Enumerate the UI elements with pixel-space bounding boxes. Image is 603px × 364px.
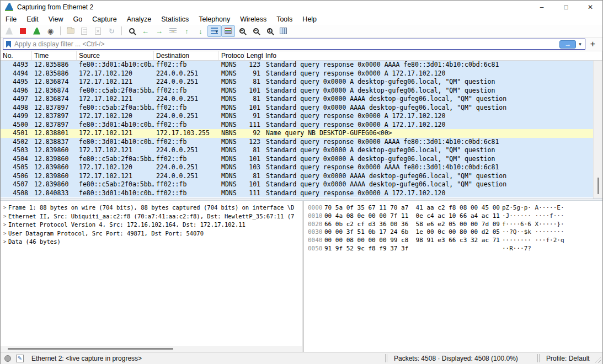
filter-bookmark-icon[interactable] (6, 41, 11, 48)
last-packet-button[interactable]: ↓ (194, 25, 207, 37)
packet-cell-no: 4503 (1, 146, 32, 155)
menu-view[interactable]: View (44, 15, 68, 23)
apply-filter-button[interactable]: → (559, 40, 576, 49)
hex-bytes: 66 0b c2 cf d3 36 00 36 58 e6 e2 05 00 0… (324, 221, 502, 229)
menu-analyze[interactable]: Analyze (122, 15, 156, 23)
hex-row[interactable]: 000070 5a 0f 35 67 11 70 a7 41 aa c2 f8 … (308, 204, 602, 212)
detail-line[interactable]: >Data (46 bytes) (1, 238, 302, 247)
reload-file-button[interactable]: ↻ (105, 25, 119, 37)
expand-chevron-icon[interactable]: > (1, 204, 8, 212)
packet-cell-proto: MDNS (219, 172, 244, 181)
save-file-button[interactable] (77, 25, 91, 37)
packet-row[interactable]: 450812.840833fe80::3d01:4b10:c0b…ff02::f… (1, 189, 593, 198)
colorize-button[interactable] (221, 25, 235, 37)
close-button[interactable]: ✕ (578, 1, 602, 13)
packet-row[interactable]: 450612.839860172.17.102.121224.0.0.251MD… (1, 172, 593, 181)
detail-line[interactable]: >Internet Protocol Version 4, Src: 172.1… (1, 221, 302, 229)
detail-line[interactable]: >User Datagram Protocol, Src Port: 49871… (1, 229, 302, 238)
zoom-out-button[interactable]: − (249, 25, 263, 37)
packet-row[interactable]: 449612.836874fe80::c5ab:2f0a:5bb…ff02::f… (1, 87, 593, 95)
expand-chevron-icon[interactable]: > (1, 221, 8, 229)
menu-help[interactable]: Help (297, 15, 322, 23)
maximize-button[interactable]: □ (554, 1, 578, 13)
packet-list-scrollbar[interactable] (593, 61, 602, 199)
packet-cell-info: Standard query 0x0000 AAAA desktop-gufeg… (263, 95, 593, 104)
packet-row[interactable]: 450212.838837fe80::3d01:4b10:c0b…ff02::f… (1, 138, 593, 147)
next-packet-button[interactable]: → (152, 25, 166, 37)
detail-line[interactable]: >Ethernet II, Src: Ubiquiti_aa:c2:f8 (70… (1, 212, 302, 221)
add-filter-button[interactable]: + (585, 39, 600, 49)
resize-columns-button[interactable] (276, 25, 290, 37)
minimize-button[interactable]: – (530, 1, 554, 13)
packet-row[interactable]: 450712.839860fe80::c5ab:2f0a:5bb…ff02::f… (1, 180, 593, 189)
packet-cell-src: fe80::c5ab:2f0a:5bb… (77, 104, 154, 113)
packet-cell-info: Standard query response 0x0000 AAAA fe80… (263, 138, 593, 147)
menu-edit[interactable]: Edit (22, 15, 44, 23)
packet-row[interactable]: 450312.839860172.17.102.121224.0.0.251MD… (1, 146, 593, 155)
zoom-in-button[interactable]: + (235, 25, 249, 37)
menu-wireless[interactable]: Wireless (235, 15, 271, 23)
stop-capture-button[interactable] (16, 25, 30, 37)
capture-options-button[interactable]: ◉ (44, 25, 57, 37)
menu-telephony[interactable]: Telephony (194, 15, 235, 23)
toolbar-separator (121, 26, 122, 35)
close-file-button[interactable]: ✕ (91, 25, 105, 37)
capture-comment-icon[interactable] (16, 355, 24, 362)
expand-chevron-icon[interactable]: > (1, 212, 8, 221)
column-header-destination[interactable]: Destination (154, 51, 219, 60)
filter-dropdown-caret-icon[interactable]: ▾ (578, 41, 585, 47)
packet-row[interactable]: 450112.838801172.17.102.121172.17.103.25… (1, 129, 593, 138)
packet-row[interactable]: 450012.837897fe80::3d01:4b10:c0b…ff02::f… (1, 121, 593, 130)
packet-cell-no: 4500 (1, 121, 32, 130)
display-filter-field[interactable]: → ▾ (3, 39, 585, 50)
open-file-button[interactable] (63, 25, 77, 37)
hex-ascii: f····6·6 X·····}· (502, 221, 564, 228)
restart-capture-button[interactable] (30, 25, 44, 37)
packet-cell-len: 81 (244, 146, 263, 155)
auto-scroll-button[interactable]: ▾ (207, 25, 221, 37)
goto-packet-button[interactable]: → (166, 25, 180, 37)
packet-row[interactable]: 449812.837897fe80::c5ab:2f0a:5bb…ff02::f… (1, 104, 593, 113)
first-packet-button[interactable]: ↑ (180, 25, 194, 37)
detail-line[interactable]: >Frame 1: 88 bytes on wire (704 bits), 8… (1, 204, 302, 212)
details-horizontal-scrollbar[interactable] (1, 346, 302, 352)
packet-cell-dst: 224.0.0.251 (154, 163, 219, 172)
column-header-time[interactable]: Time (32, 51, 77, 60)
packet-row[interactable]: 449412.835886172.17.102.120224.0.0.251MD… (1, 69, 593, 78)
menu-file[interactable]: File (1, 15, 22, 23)
column-header-info[interactable]: Info (263, 51, 602, 60)
packet-row[interactable]: 450512.839860172.17.102.120224.0.0.251MD… (1, 163, 593, 172)
reload-icon: ↻ (109, 28, 115, 35)
zoom-original-button[interactable]: 1 (263, 25, 276, 37)
menu-tools[interactable]: Tools (271, 15, 297, 23)
start-capture-button[interactable] (2, 25, 16, 37)
menu-go[interactable]: Go (68, 15, 88, 23)
packet-cell-no: 4493 (1, 61, 32, 69)
expert-info-icon[interactable] (4, 355, 11, 362)
column-header-source[interactable]: Source (77, 51, 154, 60)
packet-row[interactable]: 449512.836874172.17.102.121224.0.0.251MD… (1, 78, 593, 87)
packet-row[interactable]: 449312.835886fe80::3d01:4b10:c0b…ff02::f… (1, 61, 593, 69)
packet-row[interactable]: 450412.839860fe80::c5ab:2f0a:5bb…ff02::f… (1, 155, 593, 164)
packet-row[interactable]: 449912.837897172.17.102.120224.0.0.251MD… (1, 112, 593, 121)
packet-row[interactable]: 449712.836874172.17.102.121224.0.0.251MD… (1, 95, 593, 104)
profile-text[interactable]: Profile: Default (540, 355, 602, 362)
menu-capture[interactable]: Capture (87, 15, 121, 23)
previous-packet-button[interactable]: ← (138, 25, 152, 37)
hex-row[interactable]: 003000 00 3f 51 0b 17 24 6b 1e 00 0c 00 … (308, 228, 602, 237)
details-scrollbar-thumb[interactable] (8, 348, 173, 350)
hex-row[interactable]: 005091 9f 52 9c f8 f9 37 3f··R···7? (308, 245, 602, 253)
hex-row[interactable]: 004000 00 08 00 00 00 99 c8 98 91 e3 66 … (308, 237, 602, 245)
find-packet-button[interactable] (125, 25, 138, 37)
hex-row[interactable]: 001000 4a 08 0e 00 00 7f 11 0e c4 ac 10 … (308, 212, 602, 221)
menu-statistics[interactable]: Statistics (156, 15, 194, 23)
display-filter-input[interactable] (14, 39, 559, 49)
expand-chevron-icon[interactable]: > (1, 229, 8, 238)
column-header-protocol[interactable]: Protocol (219, 51, 244, 60)
column-header-no[interactable]: No. (1, 51, 32, 60)
hex-row[interactable]: 002066 0b c2 cf d3 36 00 36 58 e6 e2 05 … (308, 221, 602, 229)
scrollbar-thumb[interactable] (597, 178, 599, 194)
column-header-length[interactable]: Length (244, 51, 263, 60)
expand-chevron-icon[interactable]: > (1, 238, 8, 247)
packet-list-pane: 449312.835886fe80::3d01:4b10:c0b…ff02::f… (1, 61, 602, 199)
